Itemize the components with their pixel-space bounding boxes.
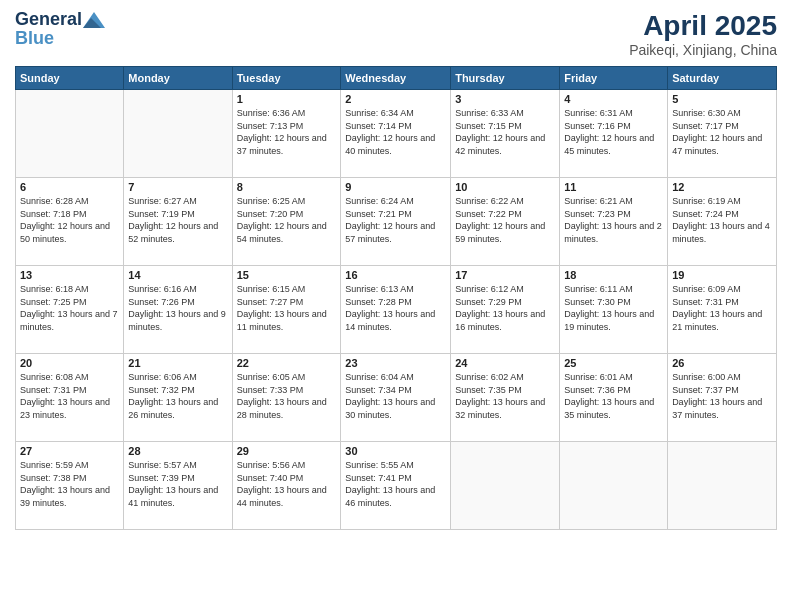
day-number: 7 bbox=[128, 181, 227, 193]
day-info: Sunrise: 6:15 AM Sunset: 7:27 PM Dayligh… bbox=[237, 283, 337, 333]
table-row: 20Sunrise: 6:08 AM Sunset: 7:31 PM Dayli… bbox=[16, 354, 124, 442]
table-row bbox=[451, 442, 560, 530]
day-info: Sunrise: 5:56 AM Sunset: 7:40 PM Dayligh… bbox=[237, 459, 337, 509]
day-info: Sunrise: 6:19 AM Sunset: 7:24 PM Dayligh… bbox=[672, 195, 772, 245]
day-info: Sunrise: 6:24 AM Sunset: 7:21 PM Dayligh… bbox=[345, 195, 446, 245]
day-info: Sunrise: 6:21 AM Sunset: 7:23 PM Dayligh… bbox=[564, 195, 663, 245]
col-tuesday: Tuesday bbox=[232, 67, 341, 90]
day-number: 1 bbox=[237, 93, 337, 105]
table-row: 3Sunrise: 6:33 AM Sunset: 7:15 PM Daylig… bbox=[451, 90, 560, 178]
logo-text: General bbox=[15, 10, 106, 30]
table-row: 9Sunrise: 6:24 AM Sunset: 7:21 PM Daylig… bbox=[341, 178, 451, 266]
day-info: Sunrise: 6:18 AM Sunset: 7:25 PM Dayligh… bbox=[20, 283, 119, 333]
logo: General Blue bbox=[15, 10, 106, 49]
day-number: 20 bbox=[20, 357, 119, 369]
table-row: 30Sunrise: 5:55 AM Sunset: 7:41 PM Dayli… bbox=[341, 442, 451, 530]
day-number: 10 bbox=[455, 181, 555, 193]
table-row: 5Sunrise: 6:30 AM Sunset: 7:17 PM Daylig… bbox=[668, 90, 777, 178]
location: Paikeqi, Xinjiang, China bbox=[629, 42, 777, 58]
table-row: 7Sunrise: 6:27 AM Sunset: 7:19 PM Daylig… bbox=[124, 178, 232, 266]
day-number: 28 bbox=[128, 445, 227, 457]
table-row bbox=[124, 90, 232, 178]
calendar-week-row: 13Sunrise: 6:18 AM Sunset: 7:25 PM Dayli… bbox=[16, 266, 777, 354]
table-row: 28Sunrise: 5:57 AM Sunset: 7:39 PM Dayli… bbox=[124, 442, 232, 530]
day-number: 15 bbox=[237, 269, 337, 281]
col-wednesday: Wednesday bbox=[341, 67, 451, 90]
table-row: 4Sunrise: 6:31 AM Sunset: 7:16 PM Daylig… bbox=[560, 90, 668, 178]
day-info: Sunrise: 6:09 AM Sunset: 7:31 PM Dayligh… bbox=[672, 283, 772, 333]
day-info: Sunrise: 6:00 AM Sunset: 7:37 PM Dayligh… bbox=[672, 371, 772, 421]
calendar-week-row: 1Sunrise: 6:36 AM Sunset: 7:13 PM Daylig… bbox=[16, 90, 777, 178]
calendar: Sunday Monday Tuesday Wednesday Thursday… bbox=[15, 66, 777, 530]
table-row: 14Sunrise: 6:16 AM Sunset: 7:26 PM Dayli… bbox=[124, 266, 232, 354]
col-thursday: Thursday bbox=[451, 67, 560, 90]
day-number: 5 bbox=[672, 93, 772, 105]
table-row: 22Sunrise: 6:05 AM Sunset: 7:33 PM Dayli… bbox=[232, 354, 341, 442]
table-row: 29Sunrise: 5:56 AM Sunset: 7:40 PM Dayli… bbox=[232, 442, 341, 530]
table-row: 17Sunrise: 6:12 AM Sunset: 7:29 PM Dayli… bbox=[451, 266, 560, 354]
title-area: April 2025 Paikeqi, Xinjiang, China bbox=[629, 10, 777, 58]
page: General Blue April 2025 Paikeqi, Xinjian… bbox=[0, 0, 792, 612]
day-info: Sunrise: 5:55 AM Sunset: 7:41 PM Dayligh… bbox=[345, 459, 446, 509]
day-number: 3 bbox=[455, 93, 555, 105]
col-saturday: Saturday bbox=[668, 67, 777, 90]
logo-icon bbox=[83, 12, 105, 28]
table-row: 15Sunrise: 6:15 AM Sunset: 7:27 PM Dayli… bbox=[232, 266, 341, 354]
day-info: Sunrise: 6:28 AM Sunset: 7:18 PM Dayligh… bbox=[20, 195, 119, 245]
day-number: 16 bbox=[345, 269, 446, 281]
day-info: Sunrise: 6:05 AM Sunset: 7:33 PM Dayligh… bbox=[237, 371, 337, 421]
table-row: 12Sunrise: 6:19 AM Sunset: 7:24 PM Dayli… bbox=[668, 178, 777, 266]
day-number: 6 bbox=[20, 181, 119, 193]
day-number: 2 bbox=[345, 93, 446, 105]
table-row: 2Sunrise: 6:34 AM Sunset: 7:14 PM Daylig… bbox=[341, 90, 451, 178]
table-row: 8Sunrise: 6:25 AM Sunset: 7:20 PM Daylig… bbox=[232, 178, 341, 266]
day-number: 14 bbox=[128, 269, 227, 281]
table-row: 23Sunrise: 6:04 AM Sunset: 7:34 PM Dayli… bbox=[341, 354, 451, 442]
table-row: 18Sunrise: 6:11 AM Sunset: 7:30 PM Dayli… bbox=[560, 266, 668, 354]
day-number: 18 bbox=[564, 269, 663, 281]
day-number: 9 bbox=[345, 181, 446, 193]
day-info: Sunrise: 6:36 AM Sunset: 7:13 PM Dayligh… bbox=[237, 107, 337, 157]
table-row bbox=[16, 90, 124, 178]
day-info: Sunrise: 5:59 AM Sunset: 7:38 PM Dayligh… bbox=[20, 459, 119, 509]
table-row bbox=[668, 442, 777, 530]
day-number: 17 bbox=[455, 269, 555, 281]
day-number: 23 bbox=[345, 357, 446, 369]
day-info: Sunrise: 6:13 AM Sunset: 7:28 PM Dayligh… bbox=[345, 283, 446, 333]
day-info: Sunrise: 6:16 AM Sunset: 7:26 PM Dayligh… bbox=[128, 283, 227, 333]
table-row: 16Sunrise: 6:13 AM Sunset: 7:28 PM Dayli… bbox=[341, 266, 451, 354]
day-info: Sunrise: 6:31 AM Sunset: 7:16 PM Dayligh… bbox=[564, 107, 663, 157]
table-row: 6Sunrise: 6:28 AM Sunset: 7:18 PM Daylig… bbox=[16, 178, 124, 266]
day-number: 13 bbox=[20, 269, 119, 281]
day-info: Sunrise: 6:34 AM Sunset: 7:14 PM Dayligh… bbox=[345, 107, 446, 157]
day-info: Sunrise: 6:06 AM Sunset: 7:32 PM Dayligh… bbox=[128, 371, 227, 421]
table-row: 21Sunrise: 6:06 AM Sunset: 7:32 PM Dayli… bbox=[124, 354, 232, 442]
day-info: Sunrise: 6:12 AM Sunset: 7:29 PM Dayligh… bbox=[455, 283, 555, 333]
day-info: Sunrise: 6:08 AM Sunset: 7:31 PM Dayligh… bbox=[20, 371, 119, 421]
day-info: Sunrise: 6:33 AM Sunset: 7:15 PM Dayligh… bbox=[455, 107, 555, 157]
header: General Blue April 2025 Paikeqi, Xinjian… bbox=[15, 10, 777, 58]
day-info: Sunrise: 6:02 AM Sunset: 7:35 PM Dayligh… bbox=[455, 371, 555, 421]
day-info: Sunrise: 6:01 AM Sunset: 7:36 PM Dayligh… bbox=[564, 371, 663, 421]
day-info: Sunrise: 5:57 AM Sunset: 7:39 PM Dayligh… bbox=[128, 459, 227, 509]
table-row: 24Sunrise: 6:02 AM Sunset: 7:35 PM Dayli… bbox=[451, 354, 560, 442]
table-row: 1Sunrise: 6:36 AM Sunset: 7:13 PM Daylig… bbox=[232, 90, 341, 178]
logo-blue: Blue bbox=[15, 28, 106, 49]
table-row: 25Sunrise: 6:01 AM Sunset: 7:36 PM Dayli… bbox=[560, 354, 668, 442]
col-monday: Monday bbox=[124, 67, 232, 90]
day-number: 24 bbox=[455, 357, 555, 369]
day-number: 19 bbox=[672, 269, 772, 281]
col-sunday: Sunday bbox=[16, 67, 124, 90]
table-row bbox=[560, 442, 668, 530]
day-number: 11 bbox=[564, 181, 663, 193]
day-number: 27 bbox=[20, 445, 119, 457]
day-number: 26 bbox=[672, 357, 772, 369]
table-row: 13Sunrise: 6:18 AM Sunset: 7:25 PM Dayli… bbox=[16, 266, 124, 354]
day-info: Sunrise: 6:22 AM Sunset: 7:22 PM Dayligh… bbox=[455, 195, 555, 245]
col-friday: Friday bbox=[560, 67, 668, 90]
day-info: Sunrise: 6:04 AM Sunset: 7:34 PM Dayligh… bbox=[345, 371, 446, 421]
calendar-week-row: 27Sunrise: 5:59 AM Sunset: 7:38 PM Dayli… bbox=[16, 442, 777, 530]
calendar-header-row: Sunday Monday Tuesday Wednesday Thursday… bbox=[16, 67, 777, 90]
day-info: Sunrise: 6:30 AM Sunset: 7:17 PM Dayligh… bbox=[672, 107, 772, 157]
day-number: 29 bbox=[237, 445, 337, 457]
